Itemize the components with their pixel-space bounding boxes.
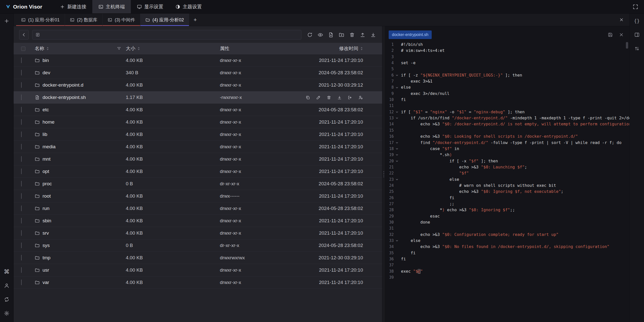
sort-icon[interactable]	[137, 47, 140, 51]
code-line[interactable]: 17 find "/docker-entrypoint.d/" -follow …	[385, 140, 629, 146]
new-file-icon[interactable]	[328, 32, 334, 38]
panel-splitter[interactable]	[382, 26, 385, 322]
code-line[interactable]: 10fi	[385, 97, 629, 103]
fold-chevron-icon[interactable]	[394, 140, 400, 146]
file-row[interactable]: srv 4.00 KB drwxr-xr-x 2021-11-24 17:20:…	[14, 227, 382, 239]
path-input[interactable]	[42, 32, 298, 37]
delete-icon[interactable]	[349, 32, 355, 38]
row-checkbox[interactable]	[21, 70, 22, 76]
code-line[interactable]: 35 fi	[385, 250, 629, 256]
code-line[interactable]: 13 if /usr/bin/find "/docker-entrypoint.…	[385, 115, 629, 121]
panel-layout-icon[interactable]	[632, 30, 642, 40]
new-connection-icon[interactable]	[2, 16, 12, 26]
sync-icon[interactable]	[2, 295, 12, 304]
fold-chevron-icon[interactable]	[394, 152, 400, 158]
code-line[interactable]: 38exec "$@"	[385, 268, 629, 274]
code-line[interactable]: 26 fi	[385, 195, 629, 201]
show-hidden-icon[interactable]	[317, 32, 323, 38]
refresh-icon[interactable]	[307, 32, 313, 38]
code-line[interactable]: 8else	[385, 84, 629, 90]
file-row[interactable]: usr 4.00 KB drwxr-xr-x 2021-11-24 17:20:…	[14, 264, 382, 276]
file-row[interactable]: var 4.00 KB drwxr-xr-x 2021-11-24 17:20:…	[14, 276, 382, 289]
fullscreen-icon[interactable]	[632, 4, 638, 10]
session-tab-3[interactable]: (3) 中间件	[103, 14, 140, 26]
code-line[interactable]: 24 # warn on shell scripts without exec …	[385, 183, 629, 189]
row-checkbox[interactable]	[21, 242, 22, 248]
session-tab-1[interactable]: (1) 应用-分析01	[16, 14, 65, 26]
code-line[interactable]: 23 else	[385, 176, 629, 183]
code-line[interactable]: 32 echo >&3 "$0: Configuration complete;…	[385, 232, 629, 238]
row-checkbox[interactable]	[21, 193, 22, 199]
code-line[interactable]: 22 "$f"	[385, 170, 629, 176]
nav-item-host-terminal[interactable]: 主机终端	[92, 0, 131, 13]
snippets-icon[interactable]: {}	[632, 16, 642, 26]
back-button[interactable]	[19, 30, 29, 40]
fold-chevron-icon[interactable]	[394, 115, 400, 121]
file-row[interactable]: tmp 4.00 KB drwxrwxrwx 2021-12-30 03:29:…	[14, 252, 382, 264]
code-line[interactable]: 15	[385, 127, 629, 133]
close-editor-icon[interactable]	[619, 32, 624, 37]
code-line[interactable]: 11	[385, 103, 629, 109]
code-line[interactable]: 5	[385, 66, 629, 72]
settings-gear-icon[interactable]	[2, 308, 12, 318]
code-line[interactable]: 31	[385, 225, 629, 231]
row-checkbox[interactable]	[21, 144, 22, 150]
row-checkbox[interactable]	[21, 255, 22, 261]
code-line[interactable]: 30 done	[385, 219, 629, 225]
code-line[interactable]: 6if [ -z "${NGINX_ENTRYPOINT_QUIET_LOGS:…	[385, 72, 629, 78]
user-icon[interactable]	[2, 281, 12, 290]
fold-chevron-icon[interactable]	[394, 84, 400, 90]
code-line[interactable]: 28 *) echo >&3 "$0: Ignoring $f";;	[385, 207, 629, 213]
row-checkbox[interactable]	[21, 168, 22, 174]
code-line[interactable]: 36fi	[385, 256, 629, 262]
fold-chevron-icon[interactable]	[394, 72, 400, 78]
edit-file-icon[interactable]	[316, 95, 321, 100]
file-row[interactable]: sbin 4.00 KB drwxr-xr-x 2021-11-24 17:20…	[14, 215, 382, 227]
file-row[interactable]: dev 340 B drwxr-xr-x 2024-05-28 23:58:02	[14, 67, 382, 79]
file-row[interactable]: mnt 4.00 KB drwxr-xr-x 2021-11-24 17:20:…	[14, 153, 382, 165]
session-tab-4[interactable]: (4) 应用-分析02	[140, 14, 189, 26]
row-checkbox[interactable]	[21, 156, 22, 162]
code-line[interactable]: 16 echo >&3 "$0: Looking for shell scrip…	[385, 133, 629, 139]
file-row[interactable]: bin 4.00 KB drwxr-xr-x 2021-11-24 17:20:…	[14, 54, 382, 67]
row-checkbox[interactable]	[21, 267, 22, 273]
code-line[interactable]: 1#!/bin/sh	[385, 42, 629, 48]
code-area[interactable]: 1#!/bin/sh2# vim:sw=4:ts=4:et34set -e56i…	[385, 40, 629, 322]
code-line[interactable]: 18 case "$f" in	[385, 146, 629, 152]
file-row[interactable]: sys 0 B dr-xr-xr-x 2024-05-28 23:58:02	[14, 239, 382, 252]
row-checkbox[interactable]	[21, 205, 22, 211]
file-row[interactable]: docker-entrypoint.d 4.00 KB drwxr-xr-x 2…	[14, 79, 382, 91]
download-file-icon[interactable]	[337, 95, 342, 100]
filter-icon[interactable]	[117, 46, 121, 51]
path-input-box[interactable]	[32, 30, 301, 40]
code-line[interactable]: 37	[385, 262, 629, 268]
row-checkbox[interactable]	[21, 131, 22, 137]
file-row[interactable]: home 4.00 KB drwxr-xr-x 2021-11-24 17:20…	[14, 116, 382, 128]
code-line[interactable]: 25 echo >&3 "$0: Ignoring $f, not execut…	[385, 189, 629, 195]
command-icon[interactable]: ⌘	[2, 267, 12, 276]
new-tab-button[interactable]: +	[189, 14, 201, 26]
code-line[interactable]: 12if [ "$1" = "nginx" -o "$1" = "nginx-d…	[385, 109, 629, 115]
editor-file-tab[interactable]: docker-entrypoint.sh	[389, 30, 432, 39]
sort-icon[interactable]	[46, 47, 49, 51]
row-checkbox[interactable]	[21, 82, 22, 88]
fold-chevron-icon[interactable]	[394, 238, 400, 244]
save-icon[interactable]	[608, 32, 613, 37]
upload-icon[interactable]	[360, 32, 366, 38]
file-row[interactable]: media 4.00 KB drwxr-xr-x 2021-11-24 17:2…	[14, 141, 382, 153]
file-row[interactable]: docker-entrypoint.sh 1.17 KB -rwxrwxr-x	[14, 91, 382, 104]
fold-chevron-icon[interactable]	[394, 158, 400, 164]
code-line[interactable]: 9 exec 3>/dev/null	[385, 91, 629, 97]
row-checkbox[interactable]	[21, 181, 22, 187]
nav-item-new-connection[interactable]: 新建连接	[54, 0, 92, 13]
delete-file-icon[interactable]	[327, 95, 331, 100]
copy-path-icon[interactable]	[305, 95, 310, 100]
row-checkbox[interactable]	[21, 279, 22, 285]
code-line[interactable]: 27 ;;	[385, 201, 629, 207]
code-line[interactable]: 34 echo >&3 "$0: No files found in /dock…	[385, 244, 629, 250]
code-line[interactable]: 14 echo >&3 "$0: /docker-entrypoint.d/ i…	[385, 121, 629, 127]
editor-scrollbar[interactable]	[626, 42, 628, 49]
fold-chevron-icon[interactable]	[394, 146, 400, 152]
file-row[interactable]: opt 4.00 KB drwxr-xr-x 2021-11-24 17:20:…	[14, 165, 382, 178]
session-tab-2[interactable]: (2) 数据库	[65, 14, 103, 26]
